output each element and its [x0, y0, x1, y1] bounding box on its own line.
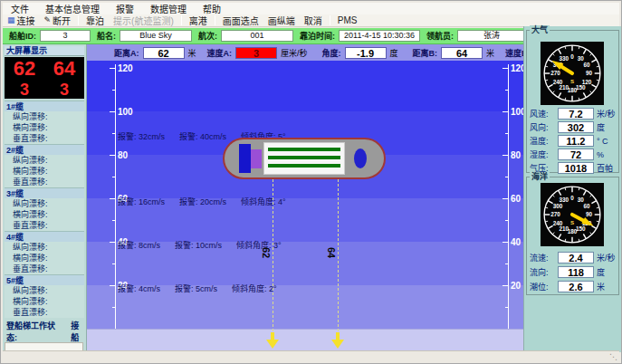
- ship-bridge-block: [239, 144, 251, 173]
- angle-field: 角度: -1.9 度: [322, 47, 398, 59]
- left-panel: 大屏幕显示 62 64 3 3 1#缆 纵向漂移: 横向漂移: 垂直漂移: 2#…: [3, 44, 87, 352]
- pencil-icon: ✎: [44, 16, 52, 24]
- axis-mark: [110, 242, 115, 243]
- resize-grip-icon[interactable]: ⋱: [609, 352, 617, 361]
- hint-track-monitor-button[interactable]: 提示(航迹监测): [109, 14, 178, 26]
- svg-text:0: 0: [570, 195, 574, 201]
- axis-mark: [505, 307, 508, 308]
- speed-a-field: 速度A: 3 厘米/秒: [207, 47, 308, 59]
- status-bar: ⋱: [3, 350, 619, 361]
- axis-mark: [112, 90, 115, 91]
- ship-name-input[interactable]: Blue Sky: [120, 30, 192, 42]
- svg-text:270: 270: [550, 70, 560, 76]
- pressure-value[interactable]: 1018: [558, 162, 594, 174]
- pms-button[interactable]: PMS: [333, 14, 362, 26]
- lateral-drift-row: 横向漂移:: [5, 296, 84, 307]
- pick-screen-points-button[interactable]: 画面选点: [218, 14, 263, 26]
- axis-mark: [110, 285, 115, 286]
- angle-value[interactable]: -1.9: [345, 47, 387, 59]
- tide-level-label: 潮位:: [530, 281, 555, 292]
- svg-text:60: 60: [584, 62, 591, 68]
- lateral-drift-row: 横向漂移:: [5, 166, 84, 177]
- display-distance-b: 64: [53, 59, 75, 79]
- grid-icon: ▦: [7, 16, 15, 24]
- ocean-readings: 流速: 2.4 米/秒 流向: 118 度 潮位: 2.6 米: [527, 250, 618, 293]
- svg-text:330: 330: [559, 196, 569, 203]
- current-speed-row: 流速: 2.4 米/秒: [527, 250, 618, 264]
- current-direction-value[interactable]: 118: [558, 266, 594, 278]
- longitudinal-drift-row: 纵向漂移:: [5, 198, 84, 209]
- cable-group-2: 2#缆 纵向漂移: 横向漂移: 垂直漂移:: [5, 144, 84, 187]
- voyage-input[interactable]: 001: [221, 30, 293, 42]
- atmosphere-group: 大气 0306090120150180210240270300330S 风速: …: [526, 30, 619, 173]
- berth-button[interactable]: 靠泊: [81, 14, 109, 26]
- cable-group-header: 4#缆: [5, 231, 84, 242]
- temperature-value[interactable]: 11.2: [558, 135, 594, 147]
- distance-a-value[interactable]: 62: [143, 47, 185, 59]
- vertical-drift-row: 垂直漂移:: [5, 220, 84, 231]
- axis-mark: [505, 263, 508, 264]
- distance-b-label: 距离B:: [413, 47, 438, 59]
- current-speed-label: 流速:: [530, 252, 555, 263]
- humidity-value[interactable]: 72: [558, 148, 594, 160]
- current-speed-unit: 米/秒: [597, 252, 616, 263]
- axis-mark: [110, 155, 115, 156]
- toolbar-separator: [181, 15, 182, 25]
- draw-end-button[interactable]: 画纵端: [263, 14, 300, 26]
- distance-b-value[interactable]: 64: [441, 47, 483, 59]
- current-speed-value[interactable]: 2.4: [558, 252, 594, 263]
- svg-text:330: 330: [559, 55, 569, 62]
- cable-group-3: 3#缆 纵向漂移: 横向漂移: 垂直漂移:: [5, 187, 84, 231]
- gangway-status-value: 接船: [71, 320, 86, 343]
- ship-id-input[interactable]: 3: [40, 30, 91, 42]
- pilot-input[interactable]: 张涛: [457, 30, 526, 42]
- axis-mark: [110, 111, 115, 112]
- axis-mark: 20: [511, 282, 521, 291]
- alarm-threshold: 报警: 20cm/s: [179, 197, 226, 206]
- disconnect-button[interactable]: ✎ 断开: [40, 14, 76, 26]
- pilot-field: 领航员: 张涛: [426, 30, 526, 42]
- berth-time-input[interactable]: 2011-4-15 10:30:36: [339, 30, 420, 42]
- display-speed-a: 3: [20, 81, 29, 98]
- ship-id-field: 船舶ID: 3: [9, 30, 91, 42]
- tilt-threshold: 倾斜角度: 4°: [241, 197, 286, 206]
- connect-button[interactable]: ▦ 连接: [3, 14, 40, 26]
- alarm-threshold: 报警: 40cm/s: [179, 132, 226, 141]
- ocean-group-title: 海洋: [530, 172, 550, 181]
- hold-stripe: [268, 148, 340, 151]
- axis-mark: [110, 68, 115, 69]
- speed-a-label: 速度A:: [207, 47, 233, 59]
- tide-level-row: 潮位: 2.6 米: [527, 279, 618, 293]
- axis-mark: [505, 90, 508, 91]
- tide-level-value[interactable]: 2.6: [558, 281, 594, 292]
- wind-speed-label: 风速:: [530, 108, 555, 120]
- axis-mark: 80: [511, 151, 521, 160]
- speed-a-value[interactable]: 3: [235, 47, 277, 59]
- sensor-a-line: [273, 179, 273, 331]
- alarm-threshold: 报警: 5cm/s: [175, 284, 217, 293]
- axis-mark: [502, 111, 508, 112]
- sensor-b-line: [338, 179, 339, 331]
- axis-mark: 80: [118, 151, 128, 160]
- cancel-button[interactable]: 取消: [300, 14, 327, 26]
- svg-text:240: 240: [553, 220, 563, 226]
- distance-b-marker: 64: [326, 247, 337, 258]
- voyage-field: 航次: 001: [198, 30, 293, 42]
- axis-mark: 120: [511, 64, 523, 73]
- svg-text:240: 240: [553, 79, 563, 85]
- cable-group-header: 5#缆: [5, 274, 84, 285]
- cable-group-header: 1#缆: [5, 101, 84, 111]
- temperature-label: 温度:: [530, 135, 555, 147]
- display-distance-a: 62: [14, 59, 35, 79]
- current-direction-label: 流向:: [530, 266, 555, 278]
- tide-level-unit: 米: [597, 281, 605, 292]
- gangway-status: 登船梯工作状态: 接船: [6, 320, 86, 343]
- temperature-row: 温度: 11.2 ° C: [527, 134, 618, 148]
- depart-button[interactable]: 离港: [185, 14, 212, 26]
- wind-direction-value[interactable]: 302: [558, 121, 594, 133]
- wind-speed-value[interactable]: 7.2: [558, 108, 594, 120]
- ocean-group: 海洋 0306090120150180210240270300330S 流速: …: [526, 177, 619, 295]
- tilt-threshold: 倾斜角度: 3°: [236, 241, 282, 250]
- axis-mark: 100: [511, 108, 523, 117]
- display-speed-b: 3: [60, 81, 69, 98]
